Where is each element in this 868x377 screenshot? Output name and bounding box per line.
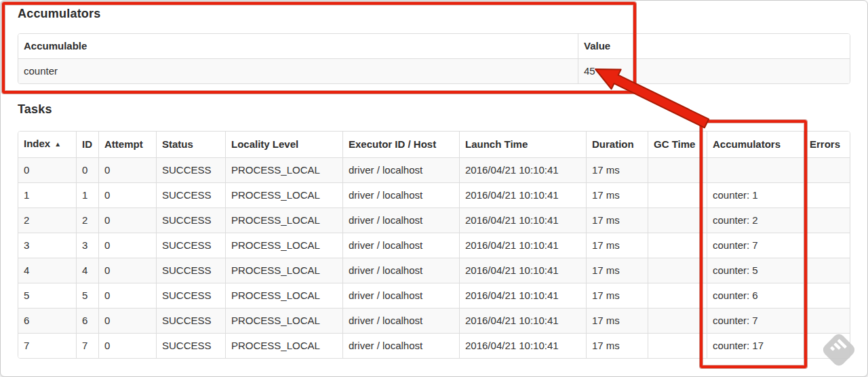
- table-cell: PROCESS_LOCAL: [225, 308, 342, 333]
- column-header-duration[interactable]: Duration: [586, 132, 648, 157]
- column-header-attempt[interactable]: Attempt: [98, 132, 156, 157]
- table-cell: [648, 283, 707, 308]
- column-header-launch-time[interactable]: Launch Time: [459, 132, 586, 157]
- column-header-status[interactable]: Status: [156, 132, 225, 157]
- table-cell: SUCCESS: [156, 207, 225, 233]
- table-cell: 7: [18, 333, 76, 358]
- table-cell: [648, 207, 707, 233]
- table-cell: PROCESS_LOCAL: [225, 233, 342, 258]
- table-cell: [804, 157, 850, 182]
- table-cell: driver / localhost: [342, 258, 459, 283]
- table-cell: SUCCESS: [156, 283, 225, 308]
- table-cell: 1: [76, 182, 98, 207]
- table-cell: [707, 157, 804, 182]
- table-cell: SUCCESS: [156, 157, 225, 182]
- table-row: 110SUCCESSPROCESS_LOCALdriver / localhos…: [18, 182, 850, 207]
- column-header-errors[interactable]: Errors: [804, 132, 850, 157]
- table-cell: [648, 308, 707, 333]
- table-cell: 0: [98, 182, 156, 207]
- column-header-accumulable: Accumulable: [18, 34, 578, 58]
- column-header-gc-time[interactable]: GC Time: [648, 132, 707, 157]
- table-cell: 1: [18, 182, 76, 207]
- table-cell: SUCCESS: [156, 308, 225, 333]
- column-header-id[interactable]: ID: [76, 132, 98, 157]
- table-cell: [804, 308, 850, 333]
- table-cell: [804, 283, 850, 308]
- table-cell: counter: 1: [707, 182, 804, 207]
- table-cell: 2016/04/21 10:10:41: [459, 308, 586, 333]
- table-cell: driver / localhost: [342, 157, 459, 182]
- table-cell: 0: [98, 283, 156, 308]
- table-cell: 4: [18, 258, 76, 283]
- table-cell: 45: [578, 58, 850, 83]
- table-cell: [804, 182, 850, 207]
- table-cell: SUCCESS: [156, 233, 225, 258]
- table-cell: 7: [76, 333, 98, 358]
- table-cell: 2016/04/21 10:10:41: [459, 283, 586, 308]
- table-cell: counter: 17: [707, 333, 804, 358]
- column-header-accumulators[interactable]: Accumulators: [707, 132, 804, 157]
- table-row: 000SUCCESSPROCESS_LOCALdriver / localhos…: [18, 157, 850, 182]
- table-cell: 17 ms: [586, 233, 648, 258]
- table-cell: PROCESS_LOCAL: [225, 333, 342, 358]
- table-cell: driver / localhost: [342, 333, 459, 358]
- table-cell: [804, 233, 850, 258]
- tasks-header-row: Index▲ ID Attempt Status Locality Level …: [18, 132, 850, 157]
- table-row: counter45: [18, 58, 850, 83]
- table-cell: counter: 7: [707, 233, 804, 258]
- table-cell: 17 ms: [586, 308, 648, 333]
- table-cell: 6: [76, 308, 98, 333]
- table-cell: 0: [98, 258, 156, 283]
- table-cell: 2: [18, 207, 76, 233]
- table-cell: PROCESS_LOCAL: [225, 182, 342, 207]
- accumulators-header-row: Accumulable Value: [18, 34, 850, 58]
- table-row: 220SUCCESSPROCESS_LOCALdriver / localhos…: [18, 207, 850, 233]
- table-cell: 17 ms: [586, 207, 648, 233]
- column-header-executor-id-host[interactable]: Executor ID / Host: [342, 132, 459, 157]
- table-cell: 17 ms: [586, 157, 648, 182]
- table-cell: 17 ms: [586, 333, 648, 358]
- table-cell: counter: 7: [707, 308, 804, 333]
- table-cell: PROCESS_LOCAL: [225, 157, 342, 182]
- table-cell: SUCCESS: [156, 258, 225, 283]
- table-cell: 4: [76, 258, 98, 283]
- table-cell: driver / localhost: [342, 182, 459, 207]
- accumulators-table: Accumulable Value counter45: [18, 33, 850, 84]
- table-cell: 3: [18, 233, 76, 258]
- table-cell: 2016/04/21 10:10:41: [459, 157, 586, 182]
- table-cell: [648, 258, 707, 283]
- table-cell: [648, 233, 707, 258]
- table-row: 770SUCCESSPROCESS_LOCALdriver / localhos…: [18, 333, 850, 358]
- column-header-locality-level[interactable]: Locality Level: [225, 132, 342, 157]
- table-cell: counter: [18, 58, 578, 83]
- table-cell: 0: [98, 157, 156, 182]
- table-cell: PROCESS_LOCAL: [225, 283, 342, 308]
- table-cell: 17 ms: [586, 182, 648, 207]
- tasks-section-heading: Tasks: [18, 102, 52, 117]
- table-row: 330SUCCESSPROCESS_LOCALdriver / localhos…: [18, 233, 850, 258]
- spark-ui-page: Accumulators Accumulable Value counter45…: [0, 0, 868, 377]
- column-header-index[interactable]: Index▲: [18, 132, 76, 157]
- table-row: 660SUCCESSPROCESS_LOCALdriver / localhos…: [18, 308, 850, 333]
- table-cell: 0: [76, 157, 98, 182]
- table-cell: 2016/04/21 10:10:41: [459, 333, 586, 358]
- table-cell: driver / localhost: [342, 283, 459, 308]
- table-cell: SUCCESS: [156, 333, 225, 358]
- table-cell: 0: [18, 157, 76, 182]
- accumulators-section-heading: Accumulators: [18, 7, 100, 21]
- table-cell: 0: [98, 308, 156, 333]
- table-row: 550SUCCESSPROCESS_LOCALdriver / localhos…: [18, 283, 850, 308]
- table-cell: 5: [76, 283, 98, 308]
- table-cell: 2016/04/21 10:10:41: [459, 258, 586, 283]
- table-cell: SUCCESS: [156, 182, 225, 207]
- table-cell: [804, 258, 850, 283]
- table-cell: driver / localhost: [342, 233, 459, 258]
- table-cell: 3: [76, 233, 98, 258]
- table-cell: driver / localhost: [342, 207, 459, 233]
- table-cell: [648, 157, 707, 182]
- table-cell: counter: 2: [707, 207, 804, 233]
- column-header-index-label: Index: [24, 138, 50, 149]
- table-cell: 17 ms: [586, 283, 648, 308]
- table-cell: 2016/04/21 10:10:41: [459, 182, 586, 207]
- table-cell: 2: [76, 207, 98, 233]
